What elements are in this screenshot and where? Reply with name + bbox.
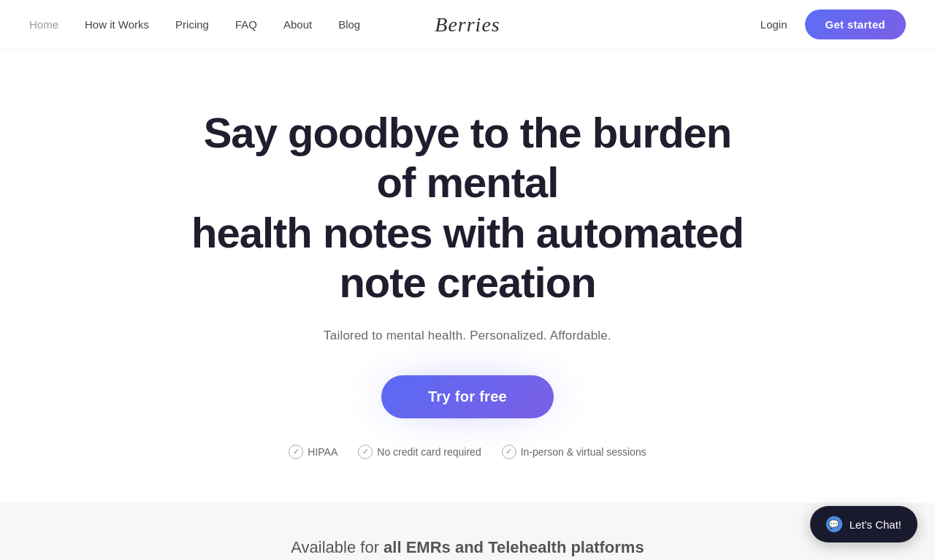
nav-about[interactable]: About xyxy=(283,18,312,31)
hipaa-check-icon: ✓ xyxy=(289,445,303,459)
nav-faq[interactable]: FAQ xyxy=(235,18,257,31)
sessions-check-icon: ✓ xyxy=(502,445,516,459)
platforms-section: Available for all EMRs and Telehealth pl… xyxy=(0,503,935,560)
sessions-badge: ✓ In-person & virtual sessions xyxy=(502,445,646,459)
platforms-title: Available for all EMRs and Telehealth pl… xyxy=(29,538,906,557)
login-link[interactable]: Login xyxy=(760,18,787,31)
nav-how-it-works[interactable]: How it Works xyxy=(85,18,149,31)
no-credit-badge: ✓ No credit card required xyxy=(358,445,481,459)
sessions-label: In-person & virtual sessions xyxy=(521,446,646,458)
nav-right: Login Get started xyxy=(760,9,906,39)
nav-pricing[interactable]: Pricing xyxy=(175,18,209,31)
navbar: Home How it Works Pricing FAQ About Blog… xyxy=(0,0,935,50)
cta-button-wrap: Try for free xyxy=(381,375,554,418)
logo-text: Berries xyxy=(435,13,500,36)
hero-section: Say goodbye to the burden of mental heal… xyxy=(0,50,935,503)
chat-label: Let's Chat! xyxy=(850,518,901,531)
logo[interactable]: Berries xyxy=(435,13,500,37)
hero-title: Say goodbye to the burden of mental heal… xyxy=(183,108,752,308)
trust-badges: ✓ HIPAA ✓ No credit card required ✓ In-p… xyxy=(289,445,646,459)
hero-subtitle: Tailored to mental health. Personalized.… xyxy=(324,329,611,343)
hipaa-badge: ✓ HIPAA xyxy=(289,445,337,459)
get-started-button[interactable]: Get started xyxy=(805,9,907,39)
nav-left: Home How it Works Pricing FAQ About Blog xyxy=(29,18,360,31)
no-credit-check-icon: ✓ xyxy=(358,445,373,459)
hipaa-label: HIPAA xyxy=(308,446,337,458)
chat-icon: 💬 xyxy=(826,516,842,532)
nav-home[interactable]: Home xyxy=(29,18,58,31)
no-credit-label: No credit card required xyxy=(377,446,481,458)
nav-blog[interactable]: Blog xyxy=(338,18,360,31)
chat-widget[interactable]: 💬 Let's Chat! xyxy=(810,506,917,542)
try-free-button[interactable]: Try for free xyxy=(381,375,554,418)
